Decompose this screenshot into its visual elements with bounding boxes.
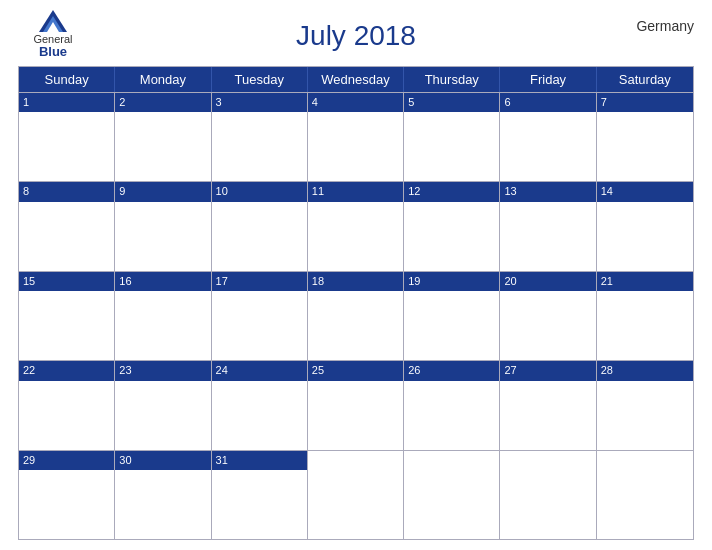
header-thursday: Thursday: [404, 67, 500, 92]
day-10: 10: [212, 182, 308, 270]
day-2: 2: [115, 93, 211, 181]
day-27: 27: [500, 361, 596, 449]
header-friday: Friday: [500, 67, 596, 92]
day-3: 3: [212, 93, 308, 181]
header-monday: Monday: [115, 67, 211, 92]
header-sunday: Sunday: [19, 67, 115, 92]
day-5: 5: [404, 93, 500, 181]
day-25: 25: [308, 361, 404, 449]
day-17: 17: [212, 272, 308, 360]
day-7: 7: [597, 93, 693, 181]
day-30: 30: [115, 451, 211, 539]
header-tuesday: Tuesday: [212, 67, 308, 92]
day-6: 6: [500, 93, 596, 181]
week-4: 22 23 24 25 26 27 28: [19, 360, 693, 449]
week-3: 15 16 17 18 19 20 21: [19, 271, 693, 360]
day-9: 9: [115, 182, 211, 270]
day-16: 16: [115, 272, 211, 360]
day-23: 23: [115, 361, 211, 449]
day-22: 22: [19, 361, 115, 449]
logo-blue-text: Blue: [39, 45, 67, 59]
header-saturday: Saturday: [597, 67, 693, 92]
week-5: 29 30 31: [19, 450, 693, 539]
day-13: 13: [500, 182, 596, 270]
calendar-header: General Blue July 2018 Germany: [18, 10, 694, 62]
day-14: 14: [597, 182, 693, 270]
day-1: 1: [19, 93, 115, 181]
country-label: Germany: [636, 18, 694, 34]
header-wednesday: Wednesday: [308, 67, 404, 92]
day-31: 31: [212, 451, 308, 539]
week-2: 8 9 10 11 12 13 14: [19, 181, 693, 270]
day-21: 21: [597, 272, 693, 360]
day-11: 11: [308, 182, 404, 270]
day-20: 20: [500, 272, 596, 360]
calendar-title: July 2018: [296, 20, 416, 52]
week-1: 1 2 3 4 5 6 7: [19, 92, 693, 181]
day-empty-2: [404, 451, 500, 539]
calendar-grid: Sunday Monday Tuesday Wednesday Thursday…: [18, 66, 694, 540]
day-empty-4: [597, 451, 693, 539]
day-empty-1: [308, 451, 404, 539]
day-empty-3: [500, 451, 596, 539]
calendar-page: General Blue July 2018 Germany Sunday Mo…: [0, 0, 712, 550]
day-4: 4: [308, 93, 404, 181]
day-12: 12: [404, 182, 500, 270]
calendar-body: 1 2 3 4 5 6 7 8 9 10 11 12 13 14 15 16: [19, 92, 693, 539]
day-24: 24: [212, 361, 308, 449]
day-29: 29: [19, 451, 115, 539]
day-8: 8: [19, 182, 115, 270]
day-headers: Sunday Monday Tuesday Wednesday Thursday…: [19, 67, 693, 92]
day-26: 26: [404, 361, 500, 449]
day-18: 18: [308, 272, 404, 360]
generalblue-logo: General Blue: [18, 10, 88, 59]
day-28: 28: [597, 361, 693, 449]
day-19: 19: [404, 272, 500, 360]
day-15: 15: [19, 272, 115, 360]
logo-icon: [39, 10, 67, 32]
